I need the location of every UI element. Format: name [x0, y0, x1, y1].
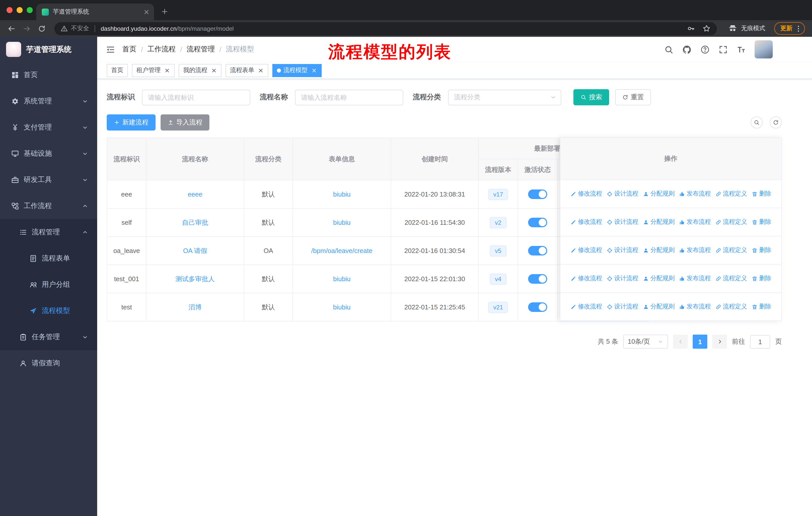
goto-page-input[interactable]	[750, 335, 770, 349]
tag-close-icon[interactable]	[311, 67, 317, 73]
sidebar-item-leave-query[interactable]: 请假查询	[0, 350, 97, 376]
action-definition-link[interactable]: 流程定义	[715, 246, 747, 254]
security-label[interactable]: 不安全	[71, 24, 89, 33]
key-filter-input[interactable]	[142, 89, 250, 105]
sidebar-item-devtools[interactable]: 研发工具	[0, 167, 97, 193]
version-badge[interactable]: v4	[490, 273, 506, 284]
user-avatar[interactable]	[755, 40, 773, 58]
name-link[interactable]: eeee	[188, 190, 202, 198]
reload-icon[interactable]	[35, 22, 48, 35]
action-assign-link[interactable]: 分配规则	[643, 246, 674, 254]
form-link[interactable]: biubiu	[333, 190, 350, 198]
minimize-window-button[interactable]	[17, 7, 23, 13]
back-icon[interactable]	[5, 22, 18, 35]
breadcrumb-item[interactable]: 流程管理	[187, 45, 215, 54]
sidebar-item-infra[interactable]: 基础设施	[0, 141, 97, 167]
page-size-select[interactable]: 10条/页	[623, 334, 668, 349]
sidebar-fold-icon[interactable]	[106, 45, 115, 54]
action-assign-link[interactable]: 分配规则	[643, 274, 674, 283]
name-link[interactable]: 测试多审批人	[175, 275, 215, 282]
address-bar[interactable]: 不安全 dashboard.yudao.iocoder.cn/bpm/manag…	[54, 22, 717, 35]
action-delete-link[interactable]: 删除	[752, 246, 771, 254]
version-badge[interactable]: v17	[488, 189, 508, 200]
form-link[interactable]: biubiu	[333, 303, 350, 311]
action-edit-link[interactable]: 修改流程	[570, 218, 602, 226]
breadcrumb-item[interactable]: 工作流程	[147, 45, 176, 54]
tag-流程表单[interactable]: 流程表单	[226, 64, 268, 77]
tab-close-icon[interactable]	[143, 8, 150, 16]
tag-close-icon[interactable]	[258, 67, 264, 73]
tag-close-icon[interactable]	[211, 67, 217, 73]
password-key-icon[interactable]	[687, 24, 695, 33]
refresh-table-button[interactable]	[770, 116, 782, 129]
form-link[interactable]: biubiu	[333, 275, 350, 283]
prev-page-button[interactable]	[673, 334, 688, 349]
page-1-button[interactable]: 1	[693, 334, 707, 349]
name-filter-input[interactable]	[295, 89, 403, 105]
browser-tab[interactable]: 芋道管理系统	[36, 3, 154, 20]
action-delete-link[interactable]: 删除	[752, 274, 771, 283]
help-docs-icon[interactable]	[700, 45, 710, 54]
name-link[interactable]: 滔博	[188, 303, 202, 311]
import-process-button[interactable]: 导入流程	[161, 114, 209, 131]
sidebar-item-home[interactable]: 首页	[0, 62, 97, 88]
sidebar-item-user-group[interactable]: 用户分组	[0, 272, 97, 298]
forward-icon[interactable]	[20, 22, 33, 35]
action-delete-link[interactable]: 删除	[752, 302, 771, 311]
action-assign-link[interactable]: 分配规则	[643, 218, 674, 226]
tag-首页[interactable]: 首页	[107, 64, 128, 77]
next-page-button[interactable]	[712, 334, 727, 349]
action-definition-link[interactable]: 流程定义	[715, 302, 747, 311]
sidebar-item-payment[interactable]: 支付管理	[0, 114, 97, 141]
active-toggle[interactable]	[528, 189, 547, 199]
action-delete-link[interactable]: 删除	[752, 218, 771, 226]
form-link[interactable]: /bpm/oa/leave/create	[311, 247, 373, 254]
github-icon[interactable]	[682, 45, 692, 54]
action-design-link[interactable]: 设计流程	[607, 246, 638, 254]
close-window-button[interactable]	[6, 7, 12, 13]
breadcrumb-item[interactable]: 首页	[122, 45, 137, 54]
active-toggle[interactable]	[528, 246, 547, 255]
active-toggle[interactable]	[528, 218, 547, 227]
action-definition-link[interactable]: 流程定义	[715, 218, 747, 226]
tag-流程模型[interactable]: 流程模型	[272, 64, 322, 77]
version-badge[interactable]: v21	[488, 302, 508, 313]
action-publish-link[interactable]: 发布流程	[679, 302, 711, 311]
tag-我的流程[interactable]: 我的流程	[179, 64, 222, 77]
header-search-icon[interactable]	[664, 45, 673, 54]
action-design-link[interactable]: 设计流程	[607, 302, 638, 311]
zoom-window-button[interactable]	[27, 7, 33, 13]
action-definition-link[interactable]: 流程定义	[715, 189, 747, 198]
update-chip[interactable]: 更新	[774, 22, 805, 35]
action-publish-link[interactable]: 发布流程	[679, 246, 711, 254]
action-edit-link[interactable]: 修改流程	[570, 189, 602, 198]
sidebar-item-task-manage[interactable]: 任务管理	[0, 324, 97, 350]
action-publish-link[interactable]: 发布流程	[679, 218, 711, 226]
action-design-link[interactable]: 设计流程	[607, 274, 638, 283]
name-link[interactable]: 自己审批	[182, 218, 208, 226]
active-toggle[interactable]	[528, 302, 547, 312]
action-design-link[interactable]: 设计流程	[607, 189, 638, 198]
action-edit-link[interactable]: 修改流程	[570, 274, 602, 283]
sidebar-item-process-manage[interactable]: 流程管理	[0, 219, 97, 245]
version-badge[interactable]: v2	[490, 217, 506, 228]
action-publish-link[interactable]: 发布流程	[679, 189, 711, 198]
toggle-search-button[interactable]	[751, 116, 763, 129]
version-badge[interactable]: v5	[490, 245, 506, 256]
tag-close-icon[interactable]	[164, 67, 170, 73]
sidebar-item-system[interactable]: 系统管理	[0, 88, 97, 114]
sidebar-item-workflow[interactable]: 工作流程	[0, 193, 97, 219]
action-assign-link[interactable]: 分配规则	[643, 302, 674, 311]
tag-租户管理[interactable]: 租户管理	[132, 64, 175, 77]
create-process-button[interactable]: 新建流程	[107, 114, 155, 131]
active-toggle[interactable]	[528, 274, 547, 284]
reset-button[interactable]: 重置	[615, 89, 651, 105]
font-size-icon[interactable]	[736, 45, 746, 54]
action-edit-link[interactable]: 修改流程	[570, 246, 602, 254]
bookmark-star-icon[interactable]	[702, 24, 711, 33]
fullscreen-icon[interactable]	[718, 45, 728, 54]
app-logo[interactable]: 芋道管理系统	[0, 37, 97, 62]
category-select[interactable]: 流程分类	[448, 89, 561, 105]
name-link[interactable]: OA 请假	[183, 247, 207, 254]
sidebar-item-process-form[interactable]: 流程表单	[0, 245, 97, 272]
